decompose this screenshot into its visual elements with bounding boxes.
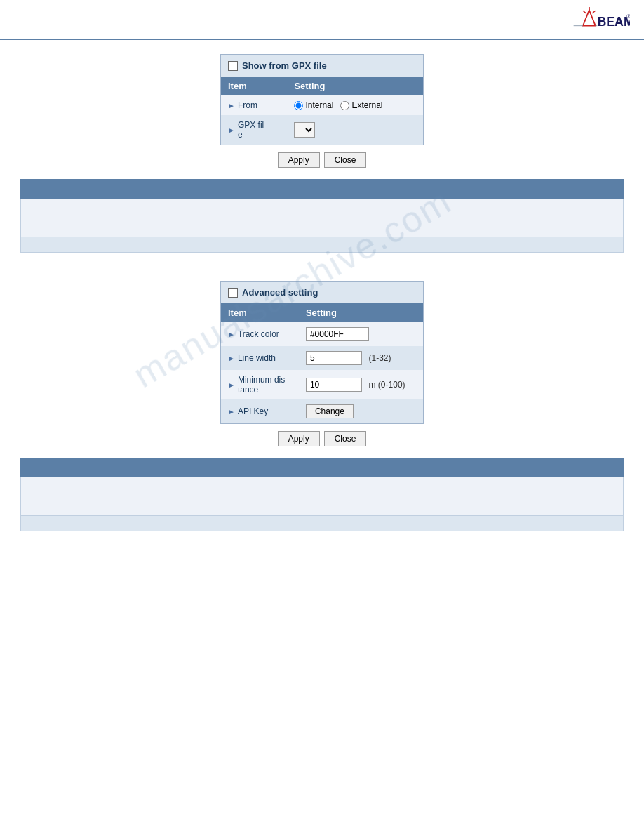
- gpx-panel: Show from GPX file Item Setting ►: [220, 54, 424, 145]
- api-key-arrow-icon: ►: [228, 408, 235, 416]
- gpx-file-row: ► GPX file: [221, 115, 423, 145]
- blue-bar2-header: [20, 458, 624, 477]
- gpx-table-header: Item Setting: [221, 77, 423, 95]
- line-width-label-text: Line width: [238, 353, 276, 363]
- advanced-col-item: Item: [221, 303, 299, 322]
- gpx-from-setting-cell: Internal External: [287, 95, 423, 115]
- advanced-panel: Advanced setting Item Setting ►: [220, 281, 424, 424]
- gpx-from-label: ► From: [228, 100, 280, 110]
- advanced-table-header: Item Setting: [221, 303, 423, 322]
- blue-bar1-header: [20, 179, 624, 199]
- gpx-buttons-row: Apply Close: [278, 152, 367, 168]
- api-key-row: ► API Key Change: [221, 399, 423, 423]
- advanced-title-icon: [228, 288, 238, 298]
- gpx-panel-title-row: Show from GPX file: [221, 55, 423, 77]
- min-distance-arrow-icon: ►: [228, 381, 235, 389]
- section1-wrapper: Show from GPX file Item Setting ►: [0, 54, 644, 172]
- line-width-label: ► Line width: [228, 353, 292, 363]
- api-key-change-button[interactable]: Change: [306, 404, 354, 418]
- header: BEAM ®: [0, 0, 644, 40]
- track-color-setting-cell: [299, 322, 423, 346]
- line-width-input[interactable]: [306, 351, 362, 365]
- line-width-setting-cell: (1-32): [299, 346, 423, 370]
- advanced-apply-button[interactable]: Apply: [278, 431, 320, 446]
- blue-bar-section2: [20, 458, 624, 531]
- track-color-arrow-icon: ►: [228, 331, 235, 338]
- radio-external-text: External: [351, 100, 382, 110]
- blue-bar2-body: [20, 477, 624, 516]
- gpx-file-dropdown[interactable]: [294, 122, 315, 138]
- advanced-col-setting: Setting: [299, 303, 423, 322]
- gpxfile-arrow-icon: ►: [228, 126, 235, 134]
- from-radio-group: Internal External: [294, 100, 416, 110]
- line-width-label-cell: ► Line width: [221, 346, 299, 370]
- svg-line-2: [583, 11, 586, 13]
- gpx-file-setting-cell: [287, 115, 423, 145]
- track-color-label-cell: ► Track color: [221, 322, 299, 346]
- track-color-label-text: Track color: [238, 329, 279, 339]
- min-distance-hint: m (0-100): [369, 380, 405, 390]
- gpx-col-setting: Setting: [287, 77, 423, 95]
- gpx-from-label-cell: ► From: [221, 95, 287, 115]
- gpx-panel-title: Show from GPX file: [242, 60, 327, 71]
- advanced-panel-title-row: Advanced setting: [221, 282, 423, 303]
- blue-bar2-footer: [20, 516, 624, 531]
- section-gap: [0, 260, 644, 281]
- gpx-file-label: ► GPX file: [228, 120, 280, 140]
- advanced-close-button[interactable]: Close: [324, 431, 367, 446]
- radio-external-label[interactable]: External: [340, 100, 382, 110]
- advanced-panel-title: Advanced setting: [242, 287, 318, 298]
- api-key-label-text: API Key: [238, 406, 268, 416]
- page-content: Show from GPX file Item Setting ►: [0, 40, 644, 552]
- track-color-row: ► Track color: [221, 322, 423, 346]
- advanced-buttons-row: Apply Close: [278, 431, 367, 446]
- api-key-label-cell: ► API Key: [221, 399, 299, 423]
- line-width-row: ► Line width (1-32): [221, 346, 423, 370]
- svg-line-3: [593, 11, 596, 13]
- radio-external[interactable]: [340, 101, 349, 110]
- gpxfile-label-text: GPX file: [238, 120, 264, 140]
- gpx-file-label-cell: ► GPX file: [221, 115, 287, 145]
- gpx-table: Item Setting ► From: [221, 77, 423, 145]
- blue-bar1-body: [20, 199, 624, 237]
- min-distance-label-cell: ► Minimum distance: [221, 370, 299, 399]
- logo: BEAM ®: [555, 7, 630, 35]
- radio-internal-label[interactable]: Internal: [294, 100, 333, 110]
- radio-internal-text: Internal: [305, 100, 333, 110]
- min-distance-label-text: Minimum distance: [238, 375, 285, 395]
- gpx-close-button[interactable]: Close: [324, 152, 367, 168]
- panel-title-icon: [228, 61, 238, 71]
- api-key-label: ► API Key: [228, 406, 292, 416]
- gpx-col-item: Item: [221, 77, 287, 95]
- svg-text:®: ®: [627, 13, 630, 20]
- from-label-text: From: [238, 100, 257, 110]
- section2-wrapper: Advanced setting Item Setting ►: [0, 281, 644, 451]
- min-distance-setting-cell: m (0-100): [299, 370, 423, 399]
- min-distance-row: ► Minimum distance m (0-100): [221, 370, 423, 399]
- radio-internal[interactable]: [294, 101, 303, 110]
- min-distance-input[interactable]: [306, 378, 362, 392]
- track-color-label: ► Track color: [228, 329, 292, 339]
- api-key-setting-cell: Change: [299, 399, 423, 423]
- from-arrow-icon: ►: [228, 102, 235, 110]
- gpx-apply-button[interactable]: Apply: [278, 152, 320, 168]
- track-color-input[interactable]: [306, 327, 369, 341]
- svg-text:BEAM: BEAM: [598, 15, 630, 29]
- advanced-table: Item Setting ► Track color: [221, 303, 423, 423]
- blue-bar-section1: [20, 179, 624, 253]
- gpx-from-row: ► From Internal: [221, 95, 423, 115]
- line-width-hint: (1-32): [369, 353, 391, 363]
- line-width-arrow-icon: ►: [228, 355, 235, 362]
- blue-bar1-footer: [20, 237, 624, 253]
- min-distance-label: ► Minimum distance: [228, 375, 292, 395]
